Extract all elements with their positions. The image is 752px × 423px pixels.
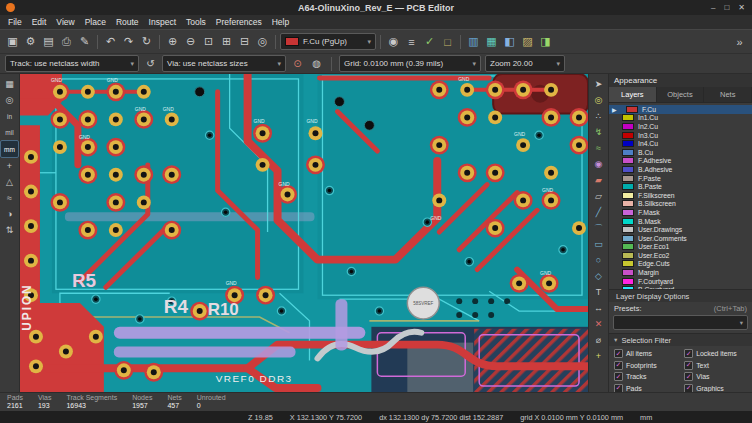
checkbox-icon[interactable]: ✓ bbox=[684, 372, 693, 381]
minimize-button[interactable]: – bbox=[711, 3, 715, 12]
tab-nets[interactable]: Nets bbox=[704, 87, 752, 102]
rectangle-tool-icon[interactable]: ▭ bbox=[590, 236, 607, 252]
layer-row-in3-cu[interactable]: In3.Cu bbox=[609, 131, 752, 140]
tab-objects[interactable]: Objects bbox=[657, 87, 705, 102]
layer-row-in4-cu[interactable]: In4.Cu bbox=[609, 139, 752, 148]
units-mils-button[interactable]: mil bbox=[1, 124, 18, 140]
grid-visibility-icon[interactable]: ▦ bbox=[1, 76, 18, 92]
layer-color-swatch[interactable] bbox=[622, 243, 634, 250]
arc-tool-icon[interactable]: ⌒ bbox=[590, 220, 607, 236]
select-tool-icon[interactable]: ➤ bbox=[590, 76, 607, 92]
menu-tools[interactable]: Tools bbox=[181, 17, 211, 27]
layer-color-swatch[interactable] bbox=[622, 114, 634, 121]
flip-board-view-icon[interactable]: ⇅ bbox=[1, 222, 18, 238]
layer-row-user-eco1[interactable]: User.Eco1 bbox=[609, 243, 752, 252]
layer-color-swatch[interactable] bbox=[622, 209, 634, 216]
measure-tool-icon[interactable]: ⌀ bbox=[590, 332, 607, 348]
circle-tool-icon[interactable]: ○ bbox=[590, 252, 607, 268]
filter-all-items[interactable]: ✓All items bbox=[614, 349, 684, 358]
layer-color-swatch[interactable] bbox=[626, 106, 638, 113]
tab-layers[interactable]: Layers bbox=[609, 87, 657, 102]
layer-color-swatch[interactable] bbox=[622, 278, 634, 285]
via-size-dropdown[interactable]: Via: use netclass sizes ▾ bbox=[162, 55, 286, 72]
zoom-in-icon[interactable]: ⊕ bbox=[164, 33, 181, 50]
polygon-tool-icon[interactable]: ◇ bbox=[590, 268, 607, 284]
ratsnest-visibility-icon[interactable]: △ bbox=[1, 174, 18, 190]
drc-icon[interactable]: ✓ bbox=[421, 33, 438, 50]
zoom-page-icon[interactable]: ⊞ bbox=[218, 33, 235, 50]
layer-row-margin[interactable]: Margin bbox=[609, 268, 752, 277]
zoom-fit-icon[interactable]: ⊡ bbox=[200, 33, 217, 50]
active-layer-dropdown[interactable]: F.Cu (PgUp) ▾ bbox=[280, 33, 376, 50]
filter-footprints[interactable]: ✓Footprints bbox=[614, 361, 684, 370]
layer-row-user-comments[interactable]: User.Comments bbox=[609, 234, 752, 243]
layer-color-swatch[interactable] bbox=[622, 252, 634, 259]
menu-preferences[interactable]: Preferences bbox=[211, 17, 267, 27]
layer-row-in1-cu[interactable]: In1.Cu bbox=[609, 114, 752, 123]
zoom-out-icon[interactable]: ⊖ bbox=[182, 33, 199, 50]
layer-row-f-courtyard[interactable]: F.Courtyard bbox=[609, 277, 752, 286]
plot-icon[interactable]: ✎ bbox=[76, 33, 93, 50]
zone-tool-icon[interactable]: ▰ bbox=[590, 172, 607, 188]
3d-viewer-icon[interactable]: ◧ bbox=[501, 33, 518, 50]
layer-row-user-drawings[interactable]: User.Drawings bbox=[609, 225, 752, 234]
layer-color-swatch[interactable] bbox=[622, 200, 634, 207]
layer-row-f-adhesive[interactable]: F.Adhesive bbox=[609, 157, 752, 166]
layer-row-b-paste[interactable]: B.Paste bbox=[609, 182, 752, 191]
layer-color-swatch[interactable] bbox=[622, 218, 634, 225]
layer-color-swatch[interactable] bbox=[622, 149, 634, 156]
footprint-editor-icon[interactable]: □ bbox=[439, 33, 456, 50]
layer-row-b-silkscreen[interactable]: B.Silkscreen bbox=[609, 200, 752, 209]
polar-coordinates-icon[interactable]: ◎ bbox=[1, 92, 18, 108]
checkbox-icon[interactable]: ✓ bbox=[684, 361, 693, 370]
layer-color-swatch[interactable] bbox=[622, 235, 634, 242]
layer-color-swatch[interactable] bbox=[622, 175, 634, 182]
layer-row-in2-cu[interactable]: In2.Cu bbox=[609, 122, 752, 131]
redo-icon[interactable]: ↷ bbox=[120, 33, 137, 50]
layer-row-b-adhesive[interactable]: B.Adhesive bbox=[609, 165, 752, 174]
layer-row-f-silkscreen[interactable]: F.Silkscreen bbox=[609, 191, 752, 200]
checkbox-icon[interactable]: ✓ bbox=[614, 372, 623, 381]
units-inches-button[interactable]: in bbox=[1, 108, 18, 124]
delete-tool-icon[interactable]: ✕ bbox=[590, 316, 607, 332]
board-setup-icon[interactable]: ⚙ bbox=[22, 33, 39, 50]
checkbox-icon[interactable]: ✓ bbox=[614, 349, 623, 358]
show-ratsnest-icon[interactable]: ▥ bbox=[465, 33, 482, 50]
layer-color-swatch[interactable] bbox=[622, 183, 634, 190]
route-tracks-tool-icon[interactable]: ↯ bbox=[590, 124, 607, 140]
filter-text[interactable]: ✓Text bbox=[684, 361, 751, 370]
layer-color-swatch[interactable] bbox=[622, 157, 634, 164]
close-button[interactable]: ✕ bbox=[738, 3, 745, 12]
menu-place[interactable]: Place bbox=[80, 17, 111, 27]
layer-row-b-mask[interactable]: B.Mask bbox=[609, 217, 752, 226]
rule-area-tool-icon[interactable]: ▱ bbox=[590, 188, 607, 204]
layer-color-swatch[interactable] bbox=[622, 192, 634, 199]
layer-display-options[interactable]: Layer Display Options bbox=[609, 289, 752, 302]
undo-icon[interactable]: ↶ bbox=[102, 33, 119, 50]
layer-row-f-paste[interactable]: F.Paste bbox=[609, 174, 752, 183]
layer-color-swatch[interactable] bbox=[622, 260, 634, 267]
grid-size-dropdown[interactable]: Grid: 0.0100 mm (0.39 mils) ▾ bbox=[339, 55, 481, 72]
checkbox-icon[interactable]: ✓ bbox=[684, 349, 693, 358]
crosshair-style-icon[interactable]: + bbox=[1, 158, 18, 174]
page-settings-icon[interactable]: ▤ bbox=[40, 33, 57, 50]
find-icon[interactable]: ◎ bbox=[254, 33, 271, 50]
refresh-icon[interactable]: ↻ bbox=[138, 33, 155, 50]
via-tool-icon[interactable]: ◉ bbox=[590, 156, 607, 172]
layer-row-edge-cuts[interactable]: Edge.Cuts bbox=[609, 260, 752, 269]
layer-color-swatch[interactable] bbox=[622, 123, 634, 130]
menu-file[interactable]: File bbox=[3, 17, 27, 27]
menu-route[interactable]: Route bbox=[111, 17, 144, 27]
scripting-console-icon[interactable]: ▨ bbox=[519, 33, 536, 50]
layer-row-f-mask[interactable]: F.Mask bbox=[609, 208, 752, 217]
zoom-dropdown[interactable]: Zoom 20.00 ▾ bbox=[485, 55, 565, 72]
app-indicator-dot[interactable] bbox=[6, 3, 15, 12]
maximize-button[interactable]: □ bbox=[724, 3, 729, 12]
curved-ratsnest-icon[interactable]: ≈ bbox=[1, 190, 18, 206]
units-mm-button[interactable]: mm bbox=[0, 140, 19, 158]
high-contrast-mode-icon[interactable]: ◑ bbox=[1, 206, 18, 222]
filter-tracks[interactable]: ✓Tracks bbox=[614, 372, 684, 381]
menu-help[interactable]: Help bbox=[267, 17, 294, 27]
menu-view[interactable]: View bbox=[51, 17, 79, 27]
menu-inspect[interactable]: Inspect bbox=[144, 17, 181, 27]
